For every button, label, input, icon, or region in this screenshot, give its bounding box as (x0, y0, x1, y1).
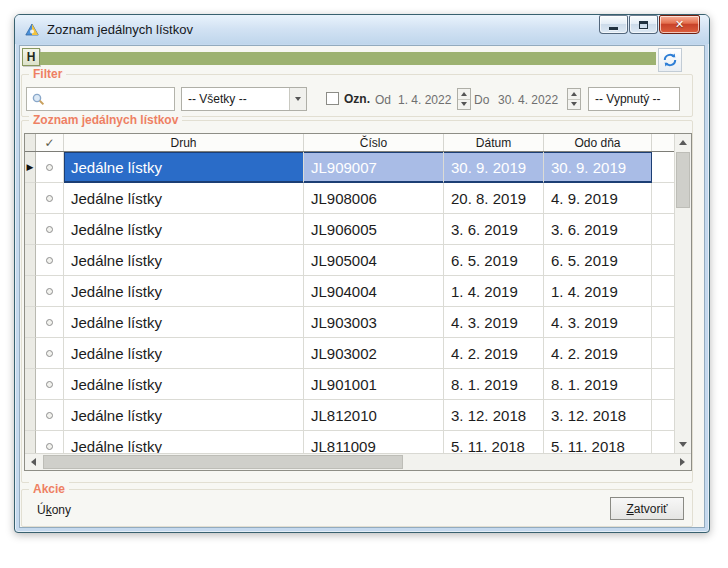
chevron-down-icon (295, 97, 301, 101)
row-marker[interactable] (36, 400, 64, 431)
maximize-button[interactable] (629, 15, 658, 34)
table-row[interactable]: Jedálne lístky JL906005 3. 6. 2019 3. 6.… (25, 214, 674, 245)
header-check-column[interactable]: ✓ (36, 134, 64, 151)
horizontal-scrollbar-thumb[interactable] (43, 455, 403, 469)
filter-type-dropdown-button[interactable] (289, 88, 306, 110)
refresh-icon (662, 52, 678, 68)
table-row[interactable]: Jedálne lístky JL903003 4. 3. 2019 4. 3.… (25, 307, 674, 338)
table-row[interactable]: Jedálne lístky JL908006 20. 8. 2019 4. 9… (25, 183, 674, 214)
row-marker[interactable] (36, 338, 64, 369)
arrow-down-icon (461, 102, 467, 106)
cell-cislo: JL903002 (304, 338, 444, 369)
table-row[interactable]: Jedálne lístky JL904004 1. 4. 2019 1. 4.… (25, 276, 674, 307)
header-druh[interactable]: Druh (64, 134, 304, 151)
cell-datum: 3. 6. 2019 (444, 214, 544, 245)
cell-cislo: JL906005 (304, 214, 444, 245)
cell-odo-dna: 4. 9. 2019 (544, 183, 652, 214)
filter-type-select[interactable]: -- Všetky -- (181, 87, 307, 111)
vertical-scrollbar[interactable] (674, 134, 691, 453)
header-datum[interactable]: Dátum (444, 134, 544, 151)
row-marker[interactable] (36, 369, 64, 400)
row-indicator (25, 214, 36, 245)
cell-cislo: JL812010 (304, 400, 444, 431)
scroll-up-button[interactable] (675, 134, 691, 151)
menu-list-table: ✓ Druh Číslo Dátum Odo dňa ▶ Jedálne lís… (24, 133, 692, 471)
refresh-button[interactable] (658, 48, 682, 72)
cell-cislo: JL908006 (304, 183, 444, 214)
table-row[interactable]: ▶ Jedálne lístky JL909007 30. 9. 2019 30… (25, 152, 674, 183)
arrow-down-icon (571, 102, 577, 106)
date-to-down-button[interactable] (568, 100, 580, 110)
table-row[interactable]: Jedálne lístky JL903002 4. 2. 2019 4. 2.… (25, 338, 674, 369)
cell-filler (652, 369, 674, 400)
date-from-down-button[interactable] (458, 100, 470, 110)
cell-druh: Jedálne lístky (64, 307, 304, 338)
window-title: Zoznam jedálnych lístkov (47, 22, 193, 37)
state-filter-select[interactable]: -- Vypnutý -- (588, 87, 680, 111)
search-input[interactable] (26, 87, 175, 111)
h-hotkey-button[interactable]: H (22, 48, 40, 66)
scroll-right-button[interactable] (674, 454, 691, 470)
scroll-left-button[interactable] (25, 454, 42, 470)
close-button[interactable]: ✕ (659, 15, 700, 34)
table-header: ✓ Druh Číslo Dátum Odo dňa (25, 134, 674, 152)
row-marker-icon (46, 257, 53, 264)
minimize-button[interactable] (599, 15, 628, 34)
row-marker-icon (46, 381, 53, 388)
search-icon (31, 92, 46, 107)
date-to-label: Do (474, 93, 489, 107)
cell-filler (652, 214, 674, 245)
table-row[interactable]: Jedálne lístky JL811009 5. 11. 2018 5. 1… (25, 431, 674, 453)
ukony-menu-label[interactable]: Úkony (37, 503, 71, 517)
row-indicator (25, 245, 36, 276)
header-cislo[interactable]: Číslo (304, 134, 444, 151)
row-marker[interactable] (36, 245, 64, 276)
cell-datum: 6. 5. 2019 (444, 245, 544, 276)
scroll-down-button[interactable] (675, 436, 691, 453)
table-row[interactable]: Jedálne lístky JL905004 6. 5. 2019 6. 5.… (25, 245, 674, 276)
row-marker[interactable] (36, 431, 64, 453)
cell-odo-dna: 30. 9. 2019 (544, 152, 652, 183)
date-from-up-button[interactable] (458, 89, 470, 100)
table-row[interactable]: Jedálne lístky JL812010 3. 12. 2018 3. 1… (25, 400, 674, 431)
cell-cislo: JL904004 (304, 276, 444, 307)
row-indicator (25, 276, 36, 307)
vertical-scrollbar-thumb[interactable] (676, 152, 690, 208)
row-indicator (25, 369, 36, 400)
row-marker-icon (46, 350, 53, 357)
row-indicator (25, 338, 36, 369)
row-marker[interactable] (36, 307, 64, 338)
table-row[interactable]: Jedálne lístky JL901001 8. 1. 2019 8. 1.… (25, 369, 674, 400)
row-marker[interactable] (36, 183, 64, 214)
date-to-up-button[interactable] (568, 89, 580, 100)
cell-odo-dna: 3. 12. 2018 (544, 400, 652, 431)
date-to-value[interactable]: 30. 4. 2022 (498, 93, 558, 107)
row-marker-icon (46, 226, 53, 233)
dialog-content: H Filter -- Všetky -- (19, 45, 705, 528)
row-marker[interactable] (36, 276, 64, 307)
row-marker[interactable] (36, 152, 64, 183)
cell-druh: Jedálne lístky (64, 214, 304, 245)
row-indicator (25, 307, 36, 338)
table-body: ▶ Jedálne lístky JL909007 30. 9. 2019 30… (25, 152, 674, 453)
actions-group: Akcie Úkony Zatvoriť (21, 489, 693, 527)
cell-druh: Jedálne lístky (64, 245, 304, 276)
header-odo-dna[interactable]: Odo dňa (544, 134, 652, 151)
cell-druh: Jedálne lístky (64, 183, 304, 214)
row-marker[interactable] (36, 214, 64, 245)
cell-druh: Jedálne lístky (64, 276, 304, 307)
cell-filler (652, 152, 674, 183)
minimize-icon (609, 27, 618, 30)
date-to-stepper (567, 88, 581, 110)
date-from-value[interactable]: 1. 4. 2022 (398, 93, 451, 107)
cell-filler (652, 338, 674, 369)
row-marker-icon (46, 443, 53, 450)
row-indicator (25, 183, 36, 214)
marked-checkbox[interactable] (326, 92, 339, 105)
cell-filler (652, 307, 674, 338)
horizontal-scrollbar[interactable] (25, 453, 691, 470)
actions-group-label: Akcie (29, 482, 69, 496)
cell-druh: Jedálne lístky (64, 369, 304, 400)
cell-odo-dna: 4. 3. 2019 (544, 307, 652, 338)
close-dialog-button[interactable]: Zatvoriť (610, 497, 684, 520)
